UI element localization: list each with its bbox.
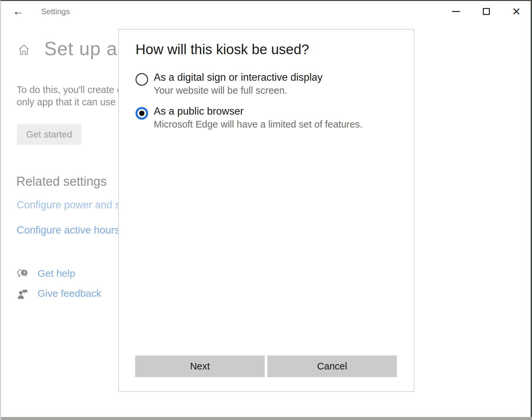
- close-button[interactable]: ✕: [506, 1, 527, 22]
- radio-public-browser[interactable]: [135, 107, 148, 120]
- maximize-icon: [483, 8, 490, 15]
- maximize-button[interactable]: [476, 1, 497, 22]
- option-digital-sign-label: As a digital sign or interactive display: [154, 71, 322, 83]
- home-icon: [18, 44, 30, 56]
- kiosk-usage-dialog: How will this kiosk be used? As a digita…: [118, 29, 414, 392]
- option-digital-sign[interactable]: As a digital sign or interactive display…: [119, 71, 404, 105]
- dialog-title: How will this kiosk be used?: [135, 42, 309, 57]
- settings-window: ← Settings ✕ Set up a k To do this, you'…: [0, 0, 532, 420]
- next-button[interactable]: Next: [135, 356, 265, 377]
- arrow-left-icon: ←: [13, 5, 24, 17]
- minimize-button[interactable]: [445, 1, 467, 22]
- bottom-edge-strip: [1, 417, 532, 420]
- related-settings-heading: Related settings: [16, 174, 107, 189]
- give-feedback-label: Give feedback: [38, 288, 101, 299]
- link-configure-active-hours[interactable]: Configure active hours: [17, 224, 120, 236]
- option-public-browser-label: As a public browser: [154, 105, 244, 117]
- option-digital-sign-description: Your website will be full screen.: [154, 85, 287, 96]
- svg-text:?: ?: [23, 270, 26, 275]
- window-title: Settings: [41, 7, 70, 16]
- titlebar: ← Settings ✕: [1, 1, 531, 22]
- get-started-button[interactable]: Get started: [17, 124, 81, 145]
- cancel-button[interactable]: Cancel: [267, 356, 397, 377]
- radio-digital-sign[interactable]: [135, 73, 148, 86]
- option-public-browser[interactable]: As a public browser Microsoft Edge will …: [119, 105, 404, 139]
- back-button[interactable]: ←: [11, 4, 26, 18]
- option-public-browser-description: Microsoft Edge will have a limited set o…: [154, 119, 363, 130]
- person-feedback-icon: [17, 287, 29, 301]
- link-configure-power-sleep[interactable]: Configure power and sle: [17, 199, 128, 211]
- close-icon: ✕: [509, 4, 524, 20]
- chat-question-icon: ?: [17, 267, 29, 281]
- get-help-label: Get help: [38, 268, 75, 279]
- minimize-icon: [452, 11, 460, 12]
